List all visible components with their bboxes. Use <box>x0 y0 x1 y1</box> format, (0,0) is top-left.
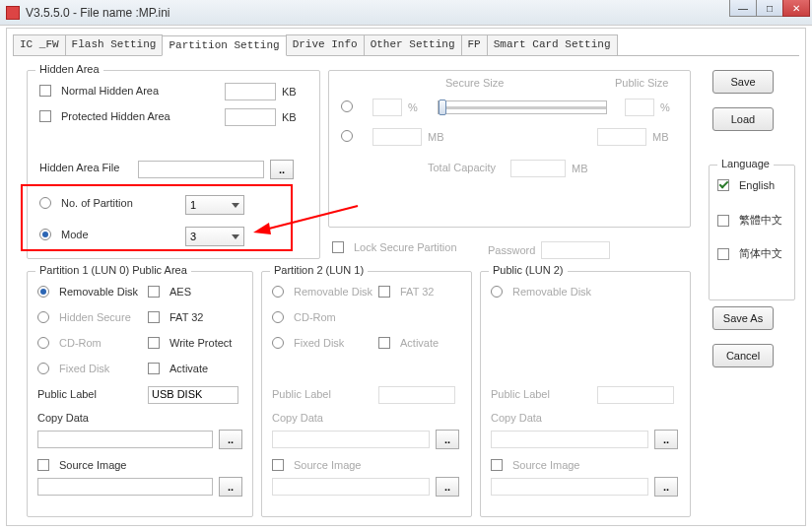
p2-removable-label: Removable Disk <box>294 286 372 298</box>
p1-publiclabel-input[interactable]: USB DISK <box>148 386 238 404</box>
kb-label-1: KB <box>282 86 297 98</box>
tab-drive-info[interactable]: Drive Info <box>286 34 365 55</box>
p1-wp-label: Write Protect <box>169 337 232 349</box>
p1-fixed-radio[interactable] <box>37 363 49 374</box>
protected-hidden-label: Protected Hidden Area <box>61 110 170 122</box>
public-pct-input[interactable] <box>625 99 654 116</box>
p2-activate-checkbox[interactable] <box>378 337 390 349</box>
cancel-button[interactable]: Cancel <box>712 344 774 367</box>
slider-thumb[interactable] <box>439 100 446 115</box>
pct-label-2: % <box>660 101 670 113</box>
p2-fixed-label: Fixed Disk <box>294 337 344 349</box>
p3-publiclabel-input[interactable] <box>597 386 674 404</box>
p3-source-checkbox[interactable] <box>491 459 503 471</box>
language-title: Language <box>717 158 774 169</box>
secure-mb-input[interactable] <box>372 128 422 146</box>
partition1-title: Partition 1 (LUN 0) Public Area <box>35 264 191 276</box>
total-capacity-input <box>510 160 566 177</box>
p3-source-label: Source Image <box>512 459 579 471</box>
pct-radio[interactable] <box>341 100 353 112</box>
english-label: English <box>739 179 775 191</box>
english-checkbox[interactable] <box>717 179 729 191</box>
tab-partition-setting[interactable]: Partition Setting <box>162 35 286 56</box>
p1-source-checkbox[interactable] <box>37 459 49 471</box>
p1-aes-label: AES <box>169 286 191 298</box>
p2-cdrom-radio[interactable] <box>272 311 284 323</box>
mb-label-1: MB <box>428 131 444 143</box>
p1-fat32-label: FAT 32 <box>169 311 203 323</box>
p1-copydata-input[interactable] <box>37 431 213 448</box>
p2-publiclabel-input[interactable] <box>378 386 455 404</box>
hidden-file-input[interactable] <box>138 161 264 178</box>
p2-fixed-radio[interactable] <box>272 337 284 349</box>
close-button[interactable]: ✕ <box>782 0 810 17</box>
p2-copydata-input[interactable] <box>272 431 430 448</box>
minimize-button[interactable]: — <box>729 0 757 17</box>
p2-source-input[interactable] <box>272 478 430 496</box>
mb-radio[interactable] <box>341 130 353 142</box>
p3-source-browse-button[interactable]: .. <box>654 477 678 497</box>
p2-copydata-browse-button[interactable]: .. <box>436 430 459 449</box>
p3-removable-label: Removable Disk <box>512 286 591 298</box>
hidden-file-label: Hidden Area File <box>39 162 119 173</box>
p1-fixed-label: Fixed Disk <box>59 363 109 374</box>
password-label: Password <box>488 244 535 256</box>
tab-fp[interactable]: FP <box>461 34 488 55</box>
partition2-group: Partition 2 (LUN 1) Removable Disk FAT 3… <box>261 271 472 517</box>
public-mb-input[interactable] <box>597 128 646 146</box>
p1-wp-checkbox[interactable] <box>148 337 160 349</box>
load-button[interactable]: Load <box>712 107 774 131</box>
simp-chinese-checkbox[interactable] <box>717 248 729 260</box>
p1-hidden-radio[interactable] <box>37 311 49 323</box>
protected-hidden-checkbox[interactable] <box>39 110 51 122</box>
p2-cdrom-label: CD-Rom <box>294 311 336 323</box>
maximize-button[interactable]: □ <box>756 0 783 17</box>
tab-flash-setting[interactable]: Flash Setting <box>65 34 164 55</box>
p1-activate-checkbox[interactable] <box>148 363 160 374</box>
p3-copydata-browse-button[interactable]: .. <box>654 430 678 449</box>
tab-ic-fw[interactable]: IC _FW <box>13 34 66 55</box>
normal-hidden-size-input[interactable] <box>225 83 276 100</box>
save-as-button[interactable]: Save As <box>712 306 774 330</box>
trad-chinese-label: 繁體中文 <box>739 213 782 228</box>
side-panel: Save Load <box>712 70 791 131</box>
p2-activate-label: Activate <box>400 337 439 349</box>
p1-publiclabel-label: Public Label <box>37 388 97 400</box>
side-panel2: Save As Cancel <box>712 306 791 367</box>
trad-chinese-checkbox[interactable] <box>717 215 729 227</box>
window-title: V3.5.5.0 - File name :MP.ini <box>26 6 170 20</box>
p1-source-browse-button[interactable]: .. <box>219 477 242 497</box>
tab-bar: IC _FW Flash Setting Partition Setting D… <box>13 34 799 56</box>
size-slider[interactable] <box>438 100 607 114</box>
p2-source-label: Source Image <box>294 459 361 471</box>
secure-group: Secure Size Public Size % % MB MB Total … <box>328 70 691 228</box>
p1-source-input[interactable] <box>37 478 213 496</box>
p1-aes-checkbox[interactable] <box>148 286 160 298</box>
p2-source-browse-button[interactable]: .. <box>436 477 459 497</box>
p3-source-input[interactable] <box>491 478 648 496</box>
save-button[interactable]: Save <box>712 70 774 94</box>
p2-removable-radio[interactable] <box>272 286 284 298</box>
p1-cdrom-label: CD-Rom <box>59 337 102 349</box>
p1-activate-label: Activate <box>169 363 208 374</box>
simp-chinese-label: 简体中文 <box>739 246 782 261</box>
protected-hidden-size-input[interactable] <box>225 108 276 126</box>
p1-cdrom-radio[interactable] <box>37 337 49 349</box>
p1-fat32-checkbox[interactable] <box>148 311 160 323</box>
p3-removable-radio[interactable] <box>491 286 503 298</box>
hidden-file-browse-button[interactable]: .. <box>270 160 294 179</box>
normal-hidden-checkbox[interactable] <box>39 85 51 97</box>
tab-smart-card[interactable]: Smart Card Setting <box>487 34 618 55</box>
lock-secure-checkbox[interactable] <box>332 241 344 253</box>
password-input[interactable] <box>541 241 610 259</box>
p2-source-checkbox[interactable] <box>272 459 284 471</box>
p1-removable-radio[interactable] <box>37 286 49 298</box>
p1-removable-label: Removable Disk <box>59 286 138 298</box>
secure-pct-input[interactable] <box>372 99 402 116</box>
p1-copydata-browse-button[interactable]: .. <box>219 430 242 449</box>
public-size-label: Public Size <box>615 77 668 89</box>
p3-copydata-input[interactable] <box>491 431 648 448</box>
tab-other-setting[interactable]: Other Setting <box>364 34 462 55</box>
p2-fat32-checkbox[interactable] <box>378 286 390 298</box>
title-bar: V3.5.5.0 - File name :MP.ini — □ ✕ <box>0 0 812 26</box>
